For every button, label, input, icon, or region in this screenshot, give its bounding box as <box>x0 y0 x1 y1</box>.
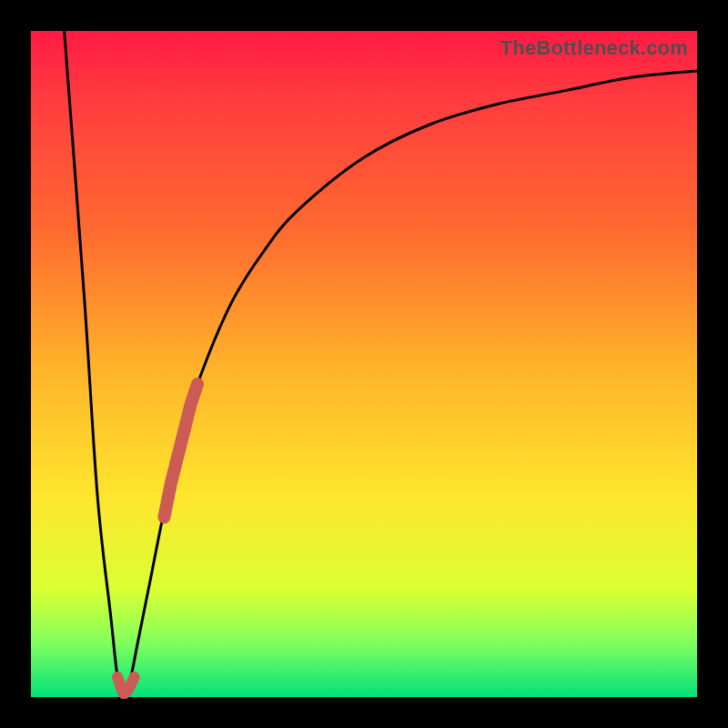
marker-hook <box>117 677 134 693</box>
marker-segment <box>164 384 197 517</box>
chart-frame: TheBottleneck.com <box>0 0 728 728</box>
main-curve <box>65 31 697 697</box>
chart-svg <box>31 31 697 697</box>
plot-area: TheBottleneck.com <box>31 31 697 697</box>
